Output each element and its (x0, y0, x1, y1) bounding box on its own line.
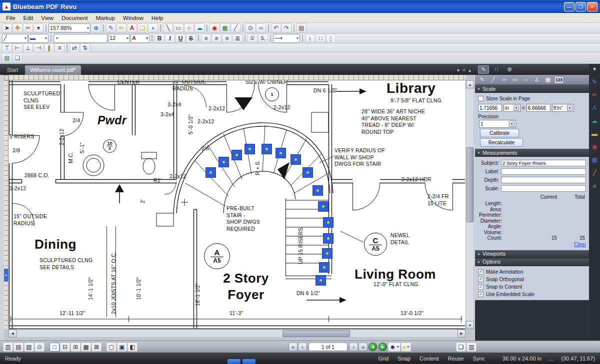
link-button[interactable]: ∞ (256, 23, 266, 32)
font-family-combo[interactable]: ▾ (54, 34, 108, 43)
last-page-button[interactable]: » (358, 343, 368, 351)
minimize-button[interactable]: — (564, 2, 574, 11)
area-tool[interactable]: ▱ (499, 76, 509, 84)
stamp-panel-icon[interactable]: ◉ (592, 144, 597, 150)
next-page-button[interactable]: › (349, 343, 358, 351)
menu-item[interactable]: Edit (20, 14, 38, 22)
length-tool[interactable]: ╱ (488, 76, 498, 84)
depth-input[interactable] (501, 177, 586, 183)
count-marker[interactable] (322, 248, 332, 259)
label-input[interactable] (501, 168, 586, 175)
store-scale-row[interactable]: Store Scale in Page (478, 95, 586, 102)
tab-close-icon[interactable]: × (462, 67, 466, 73)
scale-input[interactable] (501, 185, 586, 192)
markup-panel-icon[interactable]: ✏ (592, 92, 597, 98)
panel-flyout-grip[interactable]: ▸ (4, 269, 8, 282)
tab-collapse-icon[interactable]: ▴ (468, 67, 471, 73)
tab-list-icon[interactable]: ▾ (457, 67, 460, 73)
options-section-header[interactable]: ▸ Options (475, 258, 589, 266)
compare-button[interactable]: ◧ (128, 343, 138, 352)
previous-view-button[interactable]: ◀ (368, 343, 377, 351)
file-access-button[interactable]: ▧ (24, 343, 34, 352)
horizontal-scrollbar[interactable]: ◀ ▶ (8, 329, 466, 337)
count-marker[interactable] (290, 154, 301, 165)
document-canvas[interactable]: CENTERSCULPTURED CLNG SEE ELEV5 RISERS2/… (8, 80, 466, 329)
select-tool-button[interactable]: ➤ (2, 23, 12, 32)
count-marker[interactable] (232, 150, 242, 160)
option-checkbox[interactable]: ✓ (478, 269, 484, 275)
store-scale-checkbox[interactable] (478, 96, 484, 101)
pan-tool-button[interactable]: ✥ (12, 23, 22, 32)
tab-document[interactable]: Wilhome-count.pdf* (25, 65, 81, 75)
subscript-button[interactable]: S, (258, 34, 268, 43)
clear-link[interactable]: Clear (574, 242, 586, 247)
split-horizontal-button[interactable]: ❏ (456, 343, 466, 352)
menu-item[interactable]: Document (58, 14, 92, 22)
calibrate-button[interactable]: Calibrate (480, 129, 519, 137)
status-more-button[interactable]: ... (548, 356, 553, 362)
panel-options-button[interactable]: ∷ (491, 65, 502, 74)
continuous-button[interactable]: ⊟ (60, 343, 70, 352)
strikethrough-button[interactable]: S (186, 34, 196, 43)
measure-pencil-tool[interactable]: ✎ (477, 76, 487, 84)
sync-views-button[interactable]: ▣ (117, 343, 127, 352)
bookmarks-button[interactable]: ▤ (14, 343, 24, 352)
tab-start[interactable]: Start (2, 65, 23, 75)
dropdown-arrow-icon[interactable]: ▾ (509, 121, 514, 127)
count-marker[interactable] (323, 217, 334, 228)
cloud-tool-button[interactable]: ☁ (194, 23, 204, 32)
count-marker[interactable] (262, 144, 272, 154)
option-checkbox[interactable]: ✓ (478, 292, 484, 297)
callout-tool-button[interactable]: ◗ (148, 23, 158, 32)
bold-button[interactable]: B (154, 34, 164, 43)
option-row[interactable]: ✓ Snap to Content (478, 283, 586, 291)
print-button[interactable]: ▤ (296, 23, 306, 32)
count-marker[interactable] (302, 167, 313, 178)
scale-section-header[interactable]: ▸ Scale (475, 85, 589, 93)
scale-unit-1-dropdown[interactable]: in▾ (504, 104, 520, 112)
count-marker[interactable] (312, 185, 323, 196)
arrow-style-combo[interactable]: ⟶▾ (273, 34, 300, 43)
status-toggle[interactable]: Grid (374, 356, 394, 362)
cloud-panel-icon[interactable]: ☁ (592, 118, 598, 124)
note-tool-button[interactable]: ❑ (138, 23, 148, 32)
zoom-in-button[interactable]: ⊕ (91, 23, 101, 32)
line-color-button[interactable]: ▬▾ (28, 34, 48, 43)
maximize-button[interactable]: ❐ (576, 2, 586, 11)
align-bottom-button[interactable]: ⊥ (23, 43, 33, 52)
horizontal-scroll-thumb[interactable] (282, 330, 350, 337)
angle-tool[interactable]: ∠ (532, 76, 542, 84)
distribute-v-button[interactable]: ≡ (54, 43, 64, 52)
scroll-left-icon[interactable]: ◀ (8, 330, 16, 338)
option-checkbox[interactable]: ✓ (478, 284, 484, 290)
status-toggle[interactable]: Reuse (444, 356, 468, 362)
font-size-combo[interactable]: 12▾ (108, 34, 130, 43)
pen-panel-icon[interactable]: ✎ (592, 79, 597, 85)
text-tool-button[interactable]: A (127, 23, 137, 32)
scale-unit-2-dropdown[interactable]: ft'in"▾ (552, 104, 574, 112)
zoom-level-combo[interactable]: 157.88%▾ (48, 23, 90, 32)
underline-button[interactable]: U (176, 34, 186, 43)
measure-tool-button[interactable]: ╱ (230, 23, 240, 32)
properties-button[interactable]: ❏ (12, 53, 22, 62)
scroll-down-icon[interactable]: ▼ (466, 321, 474, 329)
recalculate-button[interactable]: Recalculate (480, 138, 523, 147)
first-page-button[interactable]: « (288, 343, 298, 351)
line-style-combo[interactable]: ╱▾ (2, 34, 28, 43)
align-right-button[interactable]: ≡ (222, 34, 232, 43)
prev-page-button[interactable]: ‹ (298, 343, 307, 351)
line-tool-button[interactable]: ╲ (163, 23, 173, 32)
thumbnails-button[interactable]: ▥ (3, 343, 13, 352)
user-menu-button[interactable]: ☻▾ (388, 343, 400, 352)
diameter-panel-icon[interactable]: ⌀ (592, 183, 596, 189)
side-by-side-button[interactable]: ⊞ (70, 343, 80, 352)
menu-item[interactable]: Markup (92, 14, 119, 22)
pen-tool-button[interactable]: ✎ (106, 23, 116, 32)
option-row[interactable]: ✓ Use Embedded Scale (478, 291, 586, 298)
number-list-button[interactable]: ⋮ (326, 34, 336, 43)
full-screen-button[interactable]: ▢ (106, 343, 116, 352)
split-vertical-button[interactable]: ▥ (466, 343, 476, 352)
status-toggle[interactable]: Content (415, 356, 444, 362)
volume-tool[interactable]: ▦ (543, 76, 553, 84)
count-marker[interactable] (323, 233, 334, 244)
